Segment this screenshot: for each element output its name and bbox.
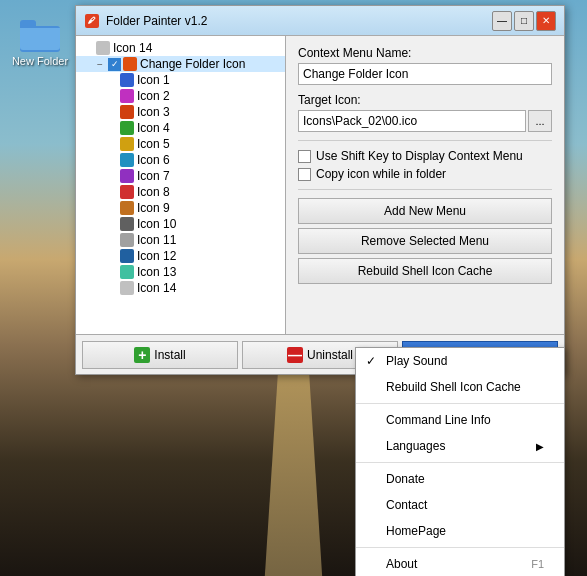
browse-button[interactable]: ... [528, 110, 552, 132]
uninstall-icon: — [287, 347, 303, 363]
tree-label-icon1: Icon 1 [137, 73, 170, 87]
tree-icon-change_folder [123, 57, 137, 71]
tree-item-icon3[interactable]: Icon 3 [76, 104, 285, 120]
maximize-button[interactable]: □ [514, 11, 534, 31]
menu-item-label-command_line: Command Line Info [386, 413, 491, 427]
tree-panel[interactable]: Icon 14−Change Folder IconIcon 1Icon 2Ic… [76, 36, 286, 334]
context-menu-name-group: Context Menu Name: [298, 46, 552, 85]
tree-label-icon10: Icon 10 [137, 217, 176, 231]
tree-icon-icon8 [120, 185, 134, 199]
shift-key-label: Use Shift Key to Display Context Menu [316, 149, 523, 163]
minimize-button[interactable]: — [492, 11, 512, 31]
separator-2 [298, 189, 552, 190]
main-window: 🖌 Folder Painter v1.2 — □ ✕ Icon 14−Chan… [75, 5, 565, 375]
add-new-menu-button[interactable]: Add New Menu [298, 198, 552, 224]
tree-label-icon6: Icon 6 [137, 153, 170, 167]
tree-icon-icon6 [120, 153, 134, 167]
menu-item-donate[interactable]: Donate [356, 466, 564, 492]
tree-label-icon5: Icon 5 [137, 137, 170, 151]
app-icon: 🖌 [84, 13, 100, 29]
menu-item-label-rebuild_cache: Rebuild Shell Icon Cache [386, 380, 521, 394]
install-label: Install [154, 348, 185, 362]
menu-item-label-donate: Donate [386, 472, 425, 486]
context-menu-name-input[interactable] [298, 63, 552, 85]
tree-icon-icon14 [120, 281, 134, 295]
tree-item-icon9[interactable]: Icon 9 [76, 200, 285, 216]
tree-label-change_folder: Change Folder Icon [140, 57, 245, 71]
tree-label-icon2: Icon 2 [137, 89, 170, 103]
tree-icon-icon1 [120, 73, 134, 87]
tree-label-icon4: Icon 4 [137, 121, 170, 135]
title-bar: 🖌 Folder Painter v1.2 — □ ✕ [76, 6, 564, 36]
tree-label-icon11: Icon 11 [137, 233, 176, 247]
menu-item-label-homepage: HomePage [386, 524, 446, 538]
tree-label-icon9: Icon 9 [137, 201, 170, 215]
tree-icon-icon13 [120, 265, 134, 279]
copy-icon-checkbox[interactable] [298, 168, 311, 181]
tree-expand-change_folder[interactable]: − [92, 59, 108, 70]
target-icon-row: ... [298, 110, 552, 132]
tree-item-icon12[interactable]: Icon 12 [76, 248, 285, 264]
install-icon: + [134, 347, 150, 363]
tree-label-icon12: Icon 12 [137, 249, 176, 263]
tree-item-icon2[interactable]: Icon 2 [76, 88, 285, 104]
window-content: Icon 14−Change Folder IconIcon 1Icon 2Ic… [76, 36, 564, 334]
shift-key-checkbox[interactable] [298, 150, 311, 163]
tree-item-icon6[interactable]: Icon 6 [76, 152, 285, 168]
submenu-arrow-icon: ▶ [536, 441, 544, 452]
separator-1 [298, 140, 552, 141]
tree-checkbox-change_folder[interactable] [108, 58, 121, 71]
tree-item-icon1[interactable]: Icon 1 [76, 72, 285, 88]
tree-icon-icon10 [120, 217, 134, 231]
tree-label-icon3: Icon 3 [137, 105, 170, 119]
copy-icon-label: Copy icon while in folder [316, 167, 446, 181]
shift-key-checkbox-row: Use Shift Key to Display Context Menu [298, 149, 552, 163]
menu-item-contact[interactable]: Contact [356, 492, 564, 518]
app-paint-icon: 🖌 [85, 14, 99, 28]
tree-label-icon14: Icon 14 [137, 281, 176, 295]
menu-item-homepage[interactable]: HomePage [356, 518, 564, 544]
remove-selected-button[interactable]: Remove Selected Menu [298, 228, 552, 254]
right-panel: Context Menu Name: Target Icon: ... Use … [286, 36, 564, 334]
tree-label-icon13: Icon 13 [137, 265, 176, 279]
tree-icon-icon2 [120, 89, 134, 103]
tree-item-icon7[interactable]: Icon 7 [76, 168, 285, 184]
menu-item-label-languages: Languages [386, 439, 445, 453]
uninstall-label: Uninstall [307, 348, 353, 362]
target-icon-label: Target Icon: [298, 93, 552, 107]
install-button[interactable]: + Install [82, 341, 238, 369]
tree-icon-icon14_top [96, 41, 110, 55]
rebuild-cache-button[interactable]: Rebuild Shell Icon Cache [298, 258, 552, 284]
copy-icon-checkbox-row: Copy icon while in folder [298, 167, 552, 181]
target-icon-input[interactable] [298, 110, 526, 132]
tree-icon-icon4 [120, 121, 134, 135]
menu-item-command_line[interactable]: Command Line Info [356, 407, 564, 433]
tree-icon-icon12 [120, 249, 134, 263]
window-controls: — □ ✕ [492, 11, 556, 31]
menu-separator [356, 462, 564, 463]
tree-item-icon8[interactable]: Icon 8 [76, 184, 285, 200]
menu-separator [356, 547, 564, 548]
menu-item-about[interactable]: AboutF1 [356, 551, 564, 576]
tree-item-icon10[interactable]: Icon 10 [76, 216, 285, 232]
tree-item-icon11[interactable]: Icon 11 [76, 232, 285, 248]
tree-label-icon14_top: Icon 14 [113, 41, 152, 55]
menu-item-rebuild_cache[interactable]: Rebuild Shell Icon Cache [356, 374, 564, 400]
dropdown-menu: Play SoundRebuild Shell Icon CacheComman… [355, 347, 565, 576]
close-button[interactable]: ✕ [536, 11, 556, 31]
tree-label-icon7: Icon 7 [137, 169, 170, 183]
folder-image [20, 20, 60, 52]
window-title: Folder Painter v1.2 [106, 14, 492, 28]
tree-item-icon14[interactable]: Icon 14 [76, 280, 285, 296]
tree-icon-icon3 [120, 105, 134, 119]
desktop-folder-icon[interactable]: New Folder [10, 20, 70, 67]
menu-item-languages[interactable]: Languages▶ [356, 433, 564, 459]
tree-item-icon4[interactable]: Icon 4 [76, 120, 285, 136]
menu-separator [356, 403, 564, 404]
tree-item-icon13[interactable]: Icon 13 [76, 264, 285, 280]
menu-item-play_sound[interactable]: Play Sound [356, 348, 564, 374]
tree-item-change_folder[interactable]: −Change Folder Icon [76, 56, 285, 72]
target-icon-group: Target Icon: ... [298, 93, 552, 132]
tree-item-icon14_top[interactable]: Icon 14 [76, 40, 285, 56]
tree-item-icon5[interactable]: Icon 5 [76, 136, 285, 152]
